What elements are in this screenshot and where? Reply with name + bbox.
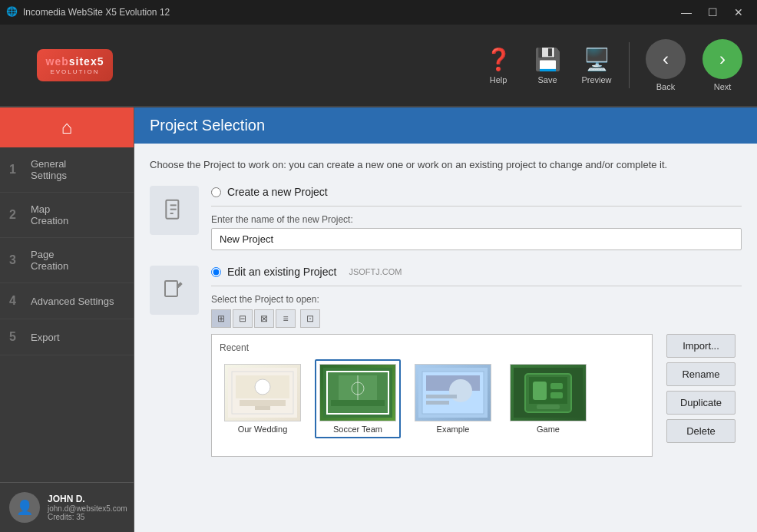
project-soccer-team[interactable]: Soccer Team [315, 359, 401, 438]
create-new-option: Create a new Project Enter the name of t… [150, 186, 742, 250]
app-container: websitex5 EVOLUTION ❓ Help 💾 Save 🖥️ Pre… [0, 25, 757, 532]
view-btn-large[interactable]: ⊞ [211, 309, 231, 328]
view-btn-medium[interactable]: ⊟ [233, 309, 253, 328]
app-icon: 🌐 [6, 6, 18, 18]
sidebar-footer: 👤 JOHN D. john.d@websitex5.com Credits: … [0, 482, 134, 532]
project-thumb-wedding [224, 364, 301, 421]
sidebar-number-3: 3 [9, 253, 23, 267]
logo: websitex5 EVOLUTION [37, 49, 114, 81]
svg-rect-22 [426, 401, 449, 405]
svg-rect-21 [426, 395, 457, 398]
view-btn-list[interactable]: ≡ [276, 309, 296, 328]
sidebar-item-general-settings[interactable]: 1 GeneralSettings [0, 147, 134, 193]
body-area: ⌂ 1 GeneralSettings 2 MapCreation 3 Page… [0, 107, 757, 532]
avatar: 👤 [9, 492, 40, 523]
project-thumb-game [510, 364, 587, 421]
sidebar-number-1: 1 [9, 163, 23, 177]
create-new-icon [150, 186, 199, 235]
svg-rect-29 [537, 405, 560, 409]
sidebar-item-advanced-settings[interactable]: 4 Advanced Settings [0, 283, 134, 319]
save-button[interactable]: 💾 Save [524, 41, 570, 91]
project-our-wedding[interactable]: Our Wedding [220, 359, 306, 438]
help-icon: ❓ [485, 47, 512, 72]
next-icon: › [702, 39, 742, 79]
sidebar-label-general-settings: GeneralSettings [31, 158, 67, 181]
user-credits: Credits: 35 [48, 513, 127, 521]
action-buttons: Import... Rename Duplicate Delete [660, 334, 742, 443]
svg-rect-27 [550, 383, 563, 389]
new-project-input-label: Enter the name of the new Project: [211, 214, 742, 225]
sidebar-number-5: 5 [9, 330, 23, 344]
duplicate-button[interactable]: Duplicate [666, 391, 736, 415]
svg-rect-26 [533, 382, 547, 400]
sidebar-item-page-creation[interactable]: 3 PageCreation [0, 238, 134, 283]
projects-grid: Our Wedding [220, 359, 644, 438]
edit-existing-label: Edit an existing Project [227, 266, 336, 278]
back-button[interactable]: ‹ Back [639, 33, 693, 97]
create-new-label-row: Create a new Project [211, 186, 742, 198]
project-example[interactable]: Example [410, 359, 496, 438]
user-info: JOHN D. john.d@websitex5.com Credits: 35 [48, 494, 127, 521]
view-btn-detail[interactable]: ⊡ [300, 309, 320, 328]
sidebar-number-2: 2 [9, 208, 23, 222]
preview-label: Preview [581, 75, 611, 84]
window-controls: — ☐ ✕ [674, 5, 751, 20]
svg-point-20 [449, 379, 472, 402]
project-name-game: Game [537, 425, 560, 434]
minimize-button[interactable]: — [674, 5, 699, 20]
toolbar-separator [629, 42, 630, 88]
new-project-name-input[interactable] [211, 228, 742, 250]
help-button[interactable]: ❓ Help [475, 41, 521, 91]
app-title: Incomedia WebSite X5 Evolution 12 [23, 7, 674, 18]
rename-button[interactable]: Rename [666, 362, 736, 386]
help-label: Help [490, 75, 507, 84]
svg-rect-10 [255, 406, 270, 410]
sidebar: ⌂ 1 GeneralSettings 2 MapCreation 3 Page… [0, 107, 134, 532]
page-title: Project Selection [150, 117, 742, 134]
next-label: Next [714, 82, 732, 91]
select-project-label: Select the Project to open: [211, 294, 742, 305]
project-name-soccer: Soccer Team [333, 425, 382, 434]
logo-area: websitex5 EVOLUTION [8, 49, 142, 81]
preview-button[interactable]: 🖥️ Preview [574, 41, 620, 91]
svg-rect-28 [550, 392, 563, 398]
project-name-example: Example [437, 425, 470, 434]
description-text: Choose the Project to work on: you can c… [150, 159, 742, 170]
create-new-label: Create a new Project [227, 186, 328, 198]
toolbar-actions: ❓ Help 💾 Save 🖥️ Preview ‹ Back › Next [475, 33, 749, 97]
view-toolbar: ⊞ ⊟ ⊠ ≡ ⊡ [211, 309, 742, 328]
home-icon: ⌂ [61, 117, 73, 138]
svg-rect-8 [240, 400, 286, 406]
delete-button[interactable]: Delete [666, 419, 736, 443]
next-button[interactable]: › Next [696, 33, 749, 97]
projects-and-buttons: Recent [211, 334, 742, 457]
sidebar-label-advanced-settings: Advanced Settings [31, 296, 114, 307]
sidebar-number-4: 4 [9, 294, 23, 308]
main-content: Project Selection Choose the Project to … [134, 107, 757, 532]
sidebar-item-map-creation[interactable]: 2 MapCreation [0, 193, 134, 238]
save-label: Save [537, 75, 557, 84]
sidebar-label-export: Export [31, 332, 60, 343]
sidebar-home-button[interactable]: ⌂ [0, 107, 134, 147]
user-name: JOHN D. [48, 494, 127, 504]
project-game[interactable]: Game [505, 359, 591, 438]
edit-existing-option: Edit an existing Project JSOFTJ.COM Sele… [150, 266, 742, 457]
maximize-button[interactable]: ☐ [700, 5, 725, 20]
create-new-radio[interactable] [211, 187, 221, 197]
recent-label: Recent [220, 342, 644, 353]
back-label: Back [656, 82, 675, 91]
edit-existing-content: Edit an existing Project JSOFTJ.COM Sele… [211, 266, 742, 457]
edit-existing-radio[interactable] [211, 267, 221, 277]
import-button[interactable]: Import... [666, 334, 736, 358]
svg-rect-16 [331, 400, 385, 406]
content-header: Project Selection [134, 107, 757, 144]
svg-point-9 [255, 379, 270, 395]
close-button[interactable]: ✕ [726, 5, 751, 20]
logo-evolution: EVOLUTION [50, 68, 99, 75]
edit-existing-icon [150, 266, 199, 315]
sidebar-item-export[interactable]: 5 Export [0, 319, 134, 355]
user-email: john.d@websitex5.com [48, 504, 127, 513]
view-btn-small[interactable]: ⊠ [254, 309, 274, 328]
titlebar: 🌐 Incomedia WebSite X5 Evolution 12 — ☐ … [0, 0, 757, 25]
save-icon: 💾 [534, 47, 561, 72]
